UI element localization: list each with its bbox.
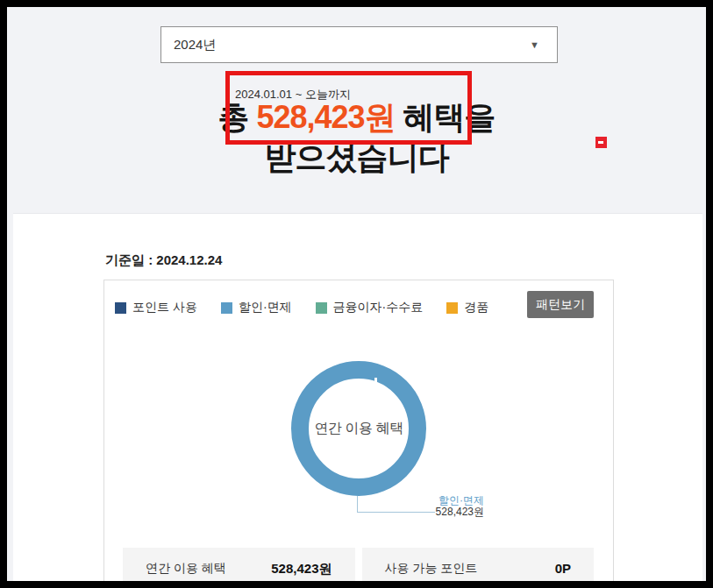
pattern-view-button[interactable]: 패턴보기 (527, 291, 594, 318)
chevron-down-icon: ▼ (530, 39, 539, 50)
donut-callout-value: 528,423원 (436, 507, 484, 518)
legend-swatch-icon (115, 302, 126, 314)
benefit-card: 기준일 : 2024.12.24 포인트 사용 할인·면제 금융이자·수수료 (13, 213, 702, 581)
total-label: 연간 이용 혜택 (146, 561, 226, 581)
legend-label: 할인·면제 (239, 300, 292, 315)
chart-container: 포인트 사용 할인·면제 금융이자·수수료 경품 패턴보기 (103, 280, 614, 581)
legend-label: 포인트 사용 (132, 300, 197, 315)
headline-suffix: 혜택을 (396, 99, 496, 135)
red-marker-icon (595, 137, 607, 148)
benefit-amount: 528,423원 (256, 99, 395, 135)
legend-label: 경품 (464, 300, 488, 315)
total-cell-annual-benefit: 연간 이용 혜택 528,423원 (123, 548, 355, 581)
headline-prefix: 총 (217, 99, 256, 135)
legend-item-prize: 경품 (446, 300, 488, 315)
legend-swatch-icon (221, 302, 232, 314)
donut-center-label: 연간 이용 혜택 (291, 361, 426, 496)
callout-leader-line (357, 512, 435, 513)
callout-leader-line (357, 496, 358, 513)
year-dropdown[interactable]: 2024년 ▼ (160, 26, 558, 63)
legend-item-points: 포인트 사용 (115, 300, 197, 315)
donut-callout: 할인·면제 528,423원 (436, 495, 484, 518)
chart-legend: 포인트 사용 할인·면제 금융이자·수수료 경품 (115, 300, 488, 315)
base-date: 기준일 : 2024.12.24 (105, 252, 222, 269)
legend-label: 금융이자·수수료 (333, 300, 424, 315)
legend-item-interest-fee: 금융이자·수수료 (316, 300, 424, 315)
page-viewport: 2024년 ▼ 2024.01.01 ~ 오늘까지 총 528,423원 혜택을… (7, 7, 706, 581)
legend-swatch-icon (446, 302, 458, 314)
year-dropdown-value: 2024년 (174, 37, 216, 53)
legend-swatch-icon (316, 302, 327, 314)
total-cell-available-points: 사용 가능 포인트 0P (362, 548, 595, 581)
total-value: 0P (555, 561, 571, 581)
total-value: 528,423원 (271, 561, 332, 581)
donut-chart: 연간 이용 혜택 (291, 361, 426, 496)
legend-item-discount: 할인·면제 (221, 300, 292, 315)
totals-row: 연간 이용 혜택 528,423원 사용 가능 포인트 0P (123, 548, 594, 581)
hero-headline-line1: 총 528,423원 혜택을 (7, 97, 706, 138)
total-label: 사용 가능 포인트 (385, 561, 478, 581)
